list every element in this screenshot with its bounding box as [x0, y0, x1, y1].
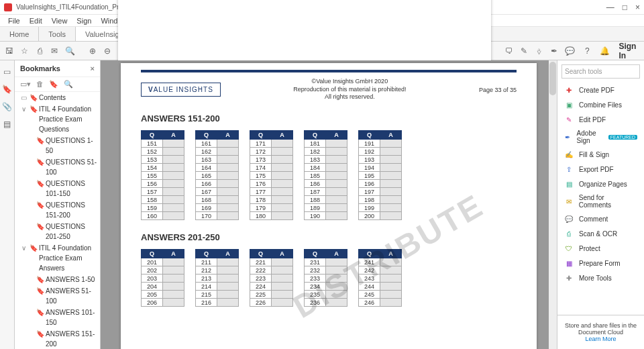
bookmark-item[interactable]: 🔖QUESTIONS 101-150: [19, 178, 100, 199]
tool-export-pdf[interactable]: ⇪Export PDF: [557, 162, 644, 177]
mail-icon[interactable]: ✉: [50, 46, 58, 56]
bookmark-item[interactable]: ∨🔖ITIL 4 Foundation Practice Exam Questi…: [19, 103, 100, 135]
answer-table: QA211212213214215216: [195, 249, 239, 307]
chat-icon[interactable]: 💬: [565, 46, 574, 56]
bookmarks-title: Bookmarks: [20, 64, 60, 72]
new-bookmark-icon[interactable]: ▭▾: [20, 80, 31, 89]
close-icon[interactable]: ×: [91, 64, 95, 72]
answer-table: QA151152153154155156157158159160: [141, 130, 184, 220]
scrollbar[interactable]: [549, 60, 557, 349]
bookmark-trash-icon[interactable]: 🗑: [36, 80, 44, 89]
pen-icon[interactable]: ✎: [520, 46, 528, 56]
menu-sign[interactable]: Sign: [76, 17, 91, 25]
promo-box: Store and share files in the Document Cl…: [557, 315, 644, 349]
answer-table: QA201202203204205206: [141, 249, 184, 307]
menu-edit[interactable]: Edit: [30, 17, 42, 25]
bookmark-item[interactable]: ▭🔖Contents: [19, 92, 100, 103]
print-icon[interactable]: ⎙: [36, 46, 44, 56]
highlight-icon[interactable]: ⎀: [535, 46, 543, 56]
close-button[interactable]: ×: [635, 3, 640, 12]
star-icon[interactable]: ☆: [20, 46, 28, 56]
section-heading: ANSWERS 201-250: [141, 232, 517, 242]
bookmark-item[interactable]: 🔖ANSWERS 51-100: [19, 285, 100, 307]
thumbnails-icon[interactable]: ▭: [3, 67, 11, 77]
tool-fill-sign[interactable]: ✍Fill & Sign: [557, 147, 644, 162]
help-icon[interactable]: ?: [584, 46, 590, 56]
bookmarks-panel: Bookmarks× ▭▾ 🗑 🔖 🔍 ▭🔖Contents∨🔖ITIL 4 F…: [15, 60, 101, 349]
tool-protect[interactable]: 🛡Protect: [557, 241, 644, 256]
search-icon[interactable]: 🔍: [66, 46, 75, 56]
layers-icon[interactable]: ▤: [3, 119, 11, 129]
bookmark-item[interactable]: 🔖QUESTIONS 151-200: [19, 199, 100, 221]
copyright-line: ©Value Insights GmbH 2020: [221, 78, 479, 86]
save-icon[interactable]: 🖫: [5, 46, 13, 56]
bookmark-item[interactable]: 🔖ANSWERS 101-150: [19, 307, 100, 328]
tool-prepare-form[interactable]: ▦Prepare Form: [557, 256, 644, 270]
comment-icon[interactable]: 🗨: [504, 46, 513, 56]
bookmark-search-icon[interactable]: 🔍: [64, 80, 73, 89]
tool-send-for-comments[interactable]: ✉Send for Comments: [557, 191, 644, 211]
tool-more-tools[interactable]: ✚More Tools: [557, 270, 644, 285]
answer-table: QA241242243244245246: [358, 249, 402, 307]
bookmark-find-icon[interactable]: 🔖: [49, 80, 58, 89]
attach-icon[interactable]: 📎: [2, 102, 12, 111]
tool-combine-files[interactable]: ▣Combine Files: [557, 97, 644, 112]
tab-tools[interactable]: Tools: [39, 27, 76, 41]
maximize-button[interactable]: □: [623, 3, 627, 12]
bookmark-item[interactable]: 🔖QUESTIONS 201-250: [19, 221, 100, 242]
tool-organize-pages[interactable]: ▤Organize Pages: [557, 177, 644, 191]
answer-table: QA231232233234235236: [304, 249, 347, 307]
menu-view[interactable]: View: [52, 17, 68, 25]
sign-in-button[interactable]: Sign In: [619, 42, 639, 60]
pdf-page: VALUE INSIGHTS ©Value Insights GmbH 2020…: [121, 63, 537, 349]
tab-home[interactable]: Home: [0, 27, 39, 41]
sign-icon[interactable]: ✒: [550, 46, 558, 56]
document-viewport[interactable]: VALUE INSIGHTS ©Value Insights GmbH 2020…: [101, 60, 557, 349]
page-up-icon[interactable]: ⊕: [89, 46, 97, 56]
section-heading: ANSWERS 151-200: [141, 113, 517, 123]
search-tools-input[interactable]: Search tools: [561, 64, 640, 79]
bookmark-item[interactable]: 🔖ANSWERS 151-200: [19, 328, 100, 347]
bookmark-item[interactable]: 🔖QUESTIONS 51-100: [19, 156, 100, 178]
page-label: Page 33 of 35: [479, 87, 517, 93]
bookmark-item[interactable]: ∨🔖ITIL 4 Foundation Practice Exam Answer…: [19, 242, 100, 274]
bookmark-item[interactable]: 🔖ANSWERS 1-50: [19, 274, 100, 285]
tool-create-pdf[interactable]: ✚Create PDF: [557, 83, 644, 97]
tools-panel: Search tools ✚Create PDF▣Combine Files✎E…: [557, 60, 644, 349]
learn-more-link[interactable]: Learn More: [585, 336, 616, 342]
tool-comment[interactable]: 💬Comment: [557, 211, 644, 226]
left-rail: ▭ 🔖 📎 ▤: [0, 60, 15, 349]
logo: VALUE INSIGHTS: [141, 83, 221, 97]
menu-file[interactable]: File: [8, 17, 20, 25]
bookmarks-icon[interactable]: 🔖: [2, 85, 12, 94]
answer-table: QA181182183184185186187188189190: [304, 130, 347, 220]
minimize-button[interactable]: —: [606, 3, 614, 12]
answer-table: QA171172173174175176177178179180: [250, 130, 293, 220]
page-down-icon[interactable]: ⊖: [103, 46, 111, 56]
tool-edit-pdf[interactable]: ✎Edit PDF: [557, 112, 644, 127]
tool-scan-ocr[interactable]: ⎙Scan & OCR: [557, 226, 644, 241]
answer-table: QA191192193194195196197198199200: [358, 130, 402, 220]
toolbar: 🖫 ☆ ⎙ ✉ 🔍 ⊕ ⊖ 34 / 35 🗨 ✎ ⎀ ✒ 💬 ? 🔔 Sign…: [0, 42, 644, 60]
answer-table: QA161162163164165166167168169170: [195, 130, 239, 220]
bookmark-item[interactable]: 🔖QUESTIONS 1-50: [19, 135, 100, 156]
rights-line: All rights reserved.: [221, 93, 479, 101]
repro-line: Reproduction of this material is prohibi…: [221, 86, 479, 94]
tool-adobe-sign[interactable]: ✒Adobe SignFEATURED: [557, 127, 644, 147]
answer-table: QA221222223224225226: [250, 249, 293, 307]
app-icon: [4, 3, 12, 11]
bell-icon[interactable]: 🔔: [600, 46, 609, 56]
